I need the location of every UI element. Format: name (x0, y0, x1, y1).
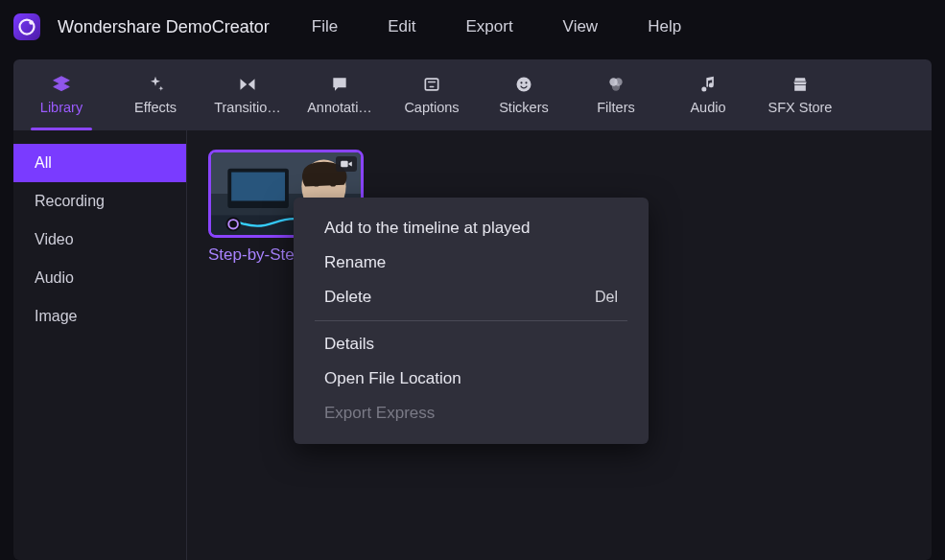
svg-point-19 (330, 183, 336, 187)
sidebar-item-all[interactable]: All (13, 144, 186, 182)
ctx-delete-label: Delete (324, 288, 371, 307)
tab-captions[interactable]: Captions (386, 59, 478, 130)
annotations-icon (330, 75, 349, 94)
captions-icon (422, 75, 441, 94)
ctx-open-file-location[interactable]: Open File Location (294, 362, 649, 396)
svg-point-18 (314, 183, 319, 187)
tab-stickers[interactable]: Stickers (478, 59, 570, 130)
menu-view[interactable]: View (563, 17, 599, 36)
context-menu-divider (315, 320, 627, 321)
app-logo (13, 13, 40, 40)
stickers-icon (514, 75, 533, 94)
svg-rect-12 (231, 173, 285, 201)
tab-annotations[interactable]: Annotati… (294, 59, 386, 130)
svg-rect-2 (425, 79, 437, 90)
ctx-rename-label: Rename (324, 253, 386, 272)
tab-effects[interactable]: Effects (109, 59, 201, 130)
library-sidebar: All Recording Video Audio Image (13, 130, 187, 560)
sfx-store-icon (791, 75, 810, 94)
tab-transitions[interactable]: Transitio… (201, 59, 294, 130)
app-title: Wondershare DemoCreator (58, 17, 270, 37)
library-icon (52, 75, 71, 94)
ctx-delete[interactable]: Delete Del (294, 280, 649, 315)
svg-point-5 (525, 82, 527, 83)
effects-icon (146, 75, 165, 94)
sidebar-item-audio[interactable]: Audio (13, 259, 186, 297)
tab-transitions-label: Transitio… (214, 100, 281, 115)
menu-help[interactable]: Help (648, 17, 681, 36)
tab-stickers-label: Stickers (499, 100, 549, 115)
ctx-export-express: Export Express (294, 396, 649, 431)
camera-badge-icon (336, 156, 357, 172)
sidebar-item-video[interactable]: Video (13, 221, 186, 259)
tab-effects-label: Effects (134, 100, 177, 115)
ctx-open-file-location-label: Open File Location (324, 369, 461, 388)
audio-icon (698, 75, 718, 94)
tab-captions-label: Captions (404, 100, 459, 115)
transitions-icon (238, 75, 257, 94)
svg-point-4 (520, 82, 522, 83)
menu-export[interactable]: Export (465, 17, 512, 36)
ctx-add-to-timeline-label: Add to the timeline at played (324, 219, 531, 238)
title-bar: Wondershare DemoCreator File Edit Export… (0, 0, 945, 54)
menu-edit[interactable]: Edit (388, 17, 415, 36)
svg-point-1 (29, 20, 34, 25)
ctx-delete-shortcut: Del (595, 289, 618, 306)
tab-sfx-store[interactable]: SFX Store (754, 59, 846, 130)
sidebar-item-recording[interactable]: Recording (13, 182, 186, 221)
tab-filters-label: Filters (597, 100, 634, 115)
filters-icon (606, 75, 626, 94)
menu-file[interactable]: File (312, 17, 338, 36)
app-logo-icon (18, 18, 35, 35)
toolbar: Library Effects Transitio… Annotati… Cap… (13, 59, 932, 130)
svg-rect-20 (341, 161, 348, 168)
tab-library-label: Library (40, 100, 83, 115)
tab-sfx-store-label: SFX Store (768, 100, 833, 115)
ctx-export-express-label: Export Express (324, 404, 435, 423)
ctx-details-label: Details (324, 335, 374, 354)
svg-point-8 (612, 82, 620, 90)
tab-library[interactable]: Library (13, 59, 109, 130)
main-menu: File Edit Export View Help (312, 17, 681, 36)
context-menu: Add to the timeline at played Rename Del… (294, 198, 649, 444)
ctx-add-to-timeline[interactable]: Add to the timeline at played (294, 211, 649, 245)
tab-filters[interactable]: Filters (570, 59, 662, 130)
svg-point-3 (517, 78, 532, 92)
ctx-rename[interactable]: Rename (294, 245, 649, 280)
sidebar-item-image[interactable]: Image (13, 297, 186, 336)
tab-audio[interactable]: Audio (662, 59, 754, 130)
tab-audio-label: Audio (690, 100, 725, 115)
ctx-details[interactable]: Details (294, 327, 649, 362)
tab-annotations-label: Annotati… (307, 100, 372, 115)
